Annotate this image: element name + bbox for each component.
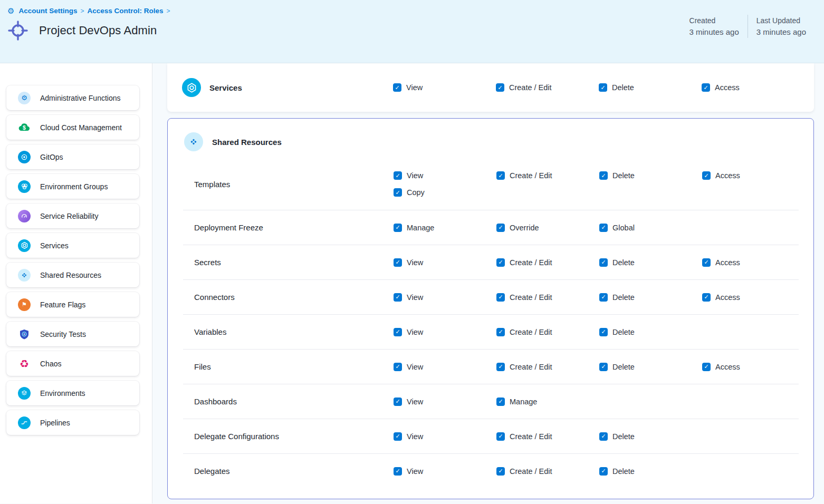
- permission-delete[interactable]: ✓Delete: [599, 258, 702, 267]
- checkbox-label: View: [407, 432, 423, 441]
- permission-view[interactable]: ✓View: [394, 398, 496, 406]
- permission-access[interactable]: ✓Access: [702, 363, 813, 371]
- checkbox-delete[interactable]: ✓: [599, 467, 608, 476]
- checkbox-access[interactable]: ✓: [702, 171, 711, 180]
- checkbox-label: View: [407, 171, 423, 180]
- checkbox-view[interactable]: ✓: [394, 363, 402, 371]
- checkbox-view[interactable]: ✓: [394, 467, 402, 476]
- sidebar-item-label: Services: [40, 241, 69, 250]
- permission-manage[interactable]: ✓Manage: [394, 224, 496, 232]
- checkbox-view[interactable]: ✓: [394, 171, 402, 180]
- permission-create-edit[interactable]: ✓Create / Edit: [496, 328, 599, 336]
- checkbox-delete[interactable]: ✓: [599, 258, 608, 267]
- permission-delete[interactable]: ✓Delete: [599, 171, 702, 180]
- checkbox-create-edit[interactable]: ✓: [496, 467, 505, 476]
- permission-create-edit[interactable]: ✓Create / Edit: [496, 83, 599, 92]
- checkbox-delete[interactable]: ✓: [599, 328, 608, 336]
- environment-groups-icon: [18, 180, 31, 193]
- checkbox-label: View: [406, 83, 423, 92]
- breadcrumb-account-settings[interactable]: Account Settings: [18, 7, 77, 15]
- permission-create-edit[interactable]: ✓Create / Edit: [496, 432, 599, 441]
- checkbox-create-edit[interactable]: ✓: [496, 363, 505, 371]
- sidebar-item-gitops[interactable]: GitOps: [6, 144, 139, 169]
- checkbox-view[interactable]: ✓: [394, 398, 402, 406]
- sidebar-item-environment-groups[interactable]: Environment Groups: [6, 174, 139, 199]
- checkbox-delete[interactable]: ✓: [599, 171, 608, 180]
- permission-create-edit[interactable]: ✓Create / Edit: [496, 467, 599, 476]
- checkbox-access[interactable]: ✓: [702, 258, 711, 267]
- permission-delete[interactable]: ✓Delete: [599, 328, 702, 336]
- checkbox-manage[interactable]: ✓: [496, 398, 505, 406]
- permission-create-edit[interactable]: ✓Create / Edit: [496, 363, 599, 371]
- checkbox-view[interactable]: ✓: [394, 258, 402, 267]
- breadcrumb-access-control-roles[interactable]: Access Control: Roles: [87, 7, 163, 15]
- sidebar-item-chaos[interactable]: ♻ Chaos: [6, 351, 139, 376]
- checkbox-access[interactable]: ✓: [702, 363, 711, 371]
- permission-delete[interactable]: ✓Delete: [599, 83, 702, 92]
- resource-category-sidebar: ⚙ Administrative Functions $ Cloud Cost …: [0, 63, 152, 503]
- page-header: ⚙ Account Settings > Access Control: Rol…: [0, 0, 824, 63]
- permission-column: ✓Delete: [599, 328, 702, 336]
- permission-delete[interactable]: ✓Delete: [599, 467, 702, 476]
- sidebar-item-pipelines[interactable]: Pipelines: [6, 410, 139, 435]
- checkbox-create-edit[interactable]: ✓: [496, 432, 505, 441]
- sidebar-item-security-tests[interactable]: Security Tests: [6, 322, 139, 346]
- checkbox-delete[interactable]: ✓: [599, 432, 608, 441]
- permission-global[interactable]: ✓Global: [599, 224, 702, 232]
- permission-view[interactable]: ✓View: [394, 363, 496, 371]
- permission-view[interactable]: ✓View: [394, 467, 496, 476]
- checkbox-create-edit[interactable]: ✓: [496, 171, 505, 180]
- permission-access[interactable]: ✓Access: [702, 258, 813, 267]
- checkbox-copy[interactable]: ✓: [394, 188, 402, 197]
- permission-row-files: Files✓View✓Create / Edit✓Delete✓Access: [168, 350, 813, 384]
- checkbox-global[interactable]: ✓: [599, 224, 608, 232]
- permission-column: ✓Access: [702, 83, 804, 92]
- permission-delete[interactable]: ✓Delete: [599, 432, 702, 441]
- permission-override[interactable]: ✓Override: [496, 224, 599, 232]
- sidebar-item-shared-resources[interactable]: Shared Resources: [6, 263, 139, 287]
- permission-create-edit[interactable]: ✓Create / Edit: [496, 171, 599, 180]
- checkbox-label: View: [407, 398, 423, 406]
- sidebar-item-administrative-functions[interactable]: ⚙ Administrative Functions: [6, 85, 139, 110]
- checkbox-create-edit[interactable]: ✓: [496, 293, 505, 302]
- permission-create-edit[interactable]: ✓Create / Edit: [496, 293, 599, 302]
- permission-access[interactable]: ✓Access: [702, 171, 813, 180]
- checkbox-view[interactable]: ✓: [394, 328, 402, 336]
- checkbox-create-edit[interactable]: ✓: [496, 83, 504, 92]
- checkbox-access[interactable]: ✓: [702, 293, 711, 302]
- checkbox-create-edit[interactable]: ✓: [496, 328, 505, 336]
- permission-delete[interactable]: ✓Delete: [599, 363, 702, 371]
- checkbox-label: Delete: [612, 293, 635, 302]
- permission-create-edit[interactable]: ✓Create / Edit: [496, 258, 599, 267]
- permission-view[interactable]: ✓View: [393, 83, 496, 92]
- sidebar-item-service-reliability[interactable]: Service Reliability: [6, 203, 139, 228]
- permission-access[interactable]: ✓Access: [702, 83, 804, 92]
- checkbox-delete[interactable]: ✓: [599, 363, 608, 371]
- checkbox-delete[interactable]: ✓: [599, 83, 607, 92]
- sidebar-item-cloud-cost-management[interactable]: $ Cloud Cost Management: [6, 115, 139, 140]
- permission-access[interactable]: ✓Access: [702, 293, 813, 302]
- permission-delete[interactable]: ✓Delete: [599, 293, 702, 302]
- permission-column: ✓Delete: [599, 258, 702, 267]
- permission-view[interactable]: ✓View: [394, 328, 496, 336]
- sidebar-item-feature-flags[interactable]: ⚑ Feature Flags: [6, 292, 139, 317]
- resource-label: Dashboards: [168, 397, 394, 406]
- sidebar-item-services[interactable]: Services: [6, 233, 139, 258]
- permission-view[interactable]: ✓View: [394, 293, 496, 302]
- checkbox-access[interactable]: ✓: [702, 83, 710, 92]
- checkbox-create-edit[interactable]: ✓: [496, 258, 505, 267]
- permission-view[interactable]: ✓View: [394, 258, 496, 267]
- checkbox-view[interactable]: ✓: [393, 83, 401, 92]
- checkbox-view[interactable]: ✓: [394, 432, 402, 441]
- page-title: Project DevOps Admin: [39, 24, 157, 37]
- permission-manage[interactable]: ✓Manage: [496, 398, 599, 406]
- checkbox-override[interactable]: ✓: [496, 224, 505, 232]
- checkbox-delete[interactable]: ✓: [599, 293, 608, 302]
- permission-view[interactable]: ✓View: [394, 171, 496, 180]
- checkbox-label: View: [407, 293, 423, 302]
- checkbox-manage[interactable]: ✓: [394, 224, 402, 232]
- checkbox-view[interactable]: ✓: [394, 293, 402, 302]
- permission-copy[interactable]: ✓Copy: [394, 188, 496, 197]
- sidebar-item-environments[interactable]: Environments: [6, 381, 139, 405]
- permission-view[interactable]: ✓View: [394, 432, 496, 441]
